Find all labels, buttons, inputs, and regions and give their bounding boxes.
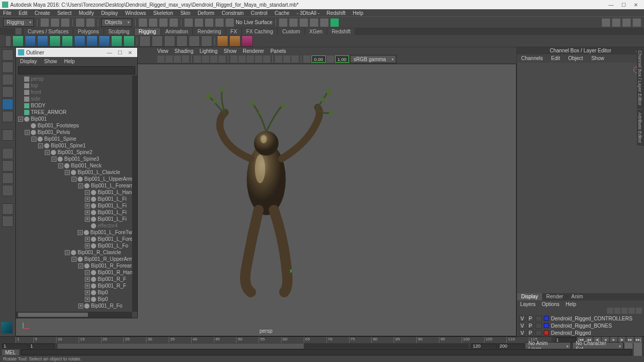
expand-icon[interactable]: - [78,263,83,269]
expand-icon[interactable]: - [65,250,70,255]
layout-two-icon[interactable] [2,173,13,184]
expand-icon[interactable]: - [71,257,77,262]
vp-wireframe-icon[interactable] [230,55,237,63]
menu-help[interactable]: Help [353,10,363,16]
go-end-icon[interactable]: ▸▸| [635,337,642,343]
surface-icon-2[interactable] [195,18,203,27]
expand-icon[interactable]: - [78,230,83,235]
layer-visible[interactable]: V [519,323,525,329]
outliner-menu-help[interactable]: Help [64,59,75,64]
vp-menu-panels[interactable]: Panels [270,48,286,54]
expand-icon[interactable]: - [85,190,90,195]
expand-icon[interactable]: - [18,117,23,122]
tree-row[interactable]: -Bip001_L_Forearm [16,182,137,189]
layer-add-icon[interactable] [629,308,635,314]
layer-extra[interactable] [536,330,542,336]
vp-exposure-icon[interactable] [303,55,310,63]
hypershade-icon[interactable] [310,18,318,27]
tree-row[interactable]: -Bip001_R_Forearm [16,262,137,269]
vp-menu-view[interactable]: View [157,48,169,54]
toggle-icon[interactable] [330,18,339,27]
selection-mask[interactable]: Objects [101,18,132,27]
surface-icon-5[interactable] [226,18,234,27]
surface-icon-3[interactable] [205,18,213,27]
surface-icon-4[interactable] [215,18,224,27]
expand-icon[interactable]: + [85,243,90,249]
side-tab-channelboxlayereditor[interactable]: Channel Box / Layer Editor [637,47,643,109]
menu-select[interactable]: Select [57,10,71,16]
expand-icon[interactable]: + [85,283,90,289]
layer-color-swatch[interactable] [544,330,549,335]
layer-menu-help[interactable]: Help [565,301,576,307]
constraint-icon-5[interactable] [189,35,200,47]
snap-grid-icon[interactable] [139,18,147,27]
expand-icon[interactable]: - [71,177,77,182]
tree-row[interactable]: -Bip001_L_ForeTwist [16,229,137,236]
expand-icon[interactable]: + [85,197,90,202]
layer-playback[interactable]: P [527,316,533,321]
expand-icon[interactable]: - [45,150,50,155]
expand-icon[interactable]: - [25,130,30,135]
vp-isolate-icon[interactable] [275,55,282,63]
tree-row[interactable]: +Bip001_R_F [16,276,137,282]
constraint-icon-3[interactable] [164,35,175,47]
layer-color-swatch[interactable] [544,316,549,321]
outliner-max-icon[interactable]: ☐ [115,50,125,55]
menu-cache[interactable]: Cache [274,10,289,16]
expand-icon[interactable]: - [65,170,70,175]
script-editor-icon[interactable] [634,348,642,356]
layer-tab-display[interactable]: Display [517,293,542,300]
tree-row[interactable]: -Bip001_Neck [16,162,137,169]
ipr-icon[interactable] [289,18,298,27]
range-min-field[interactable] [2,344,28,349]
snap-plane-icon[interactable] [170,18,178,27]
layout-persp-icon[interactable] [2,203,13,215]
move-tool-icon[interactable] [2,86,13,98]
workspace-icon-3[interactable] [622,18,631,27]
paint-weights-icon[interactable] [62,35,73,47]
command-input[interactable] [21,349,632,355]
vp-lock-cam-icon[interactable] [165,55,173,63]
expand-icon[interactable]: + [85,277,90,282]
maximize-button[interactable]: ☐ [617,2,630,8]
tree-row[interactable]: -Bip001_L_Hand [16,189,137,196]
expand-icon[interactable]: - [51,157,57,162]
tree-row[interactable]: -Bip001_Pelvis [16,129,137,136]
outliner-close-icon[interactable]: ✕ [125,50,135,55]
range-max-field[interactable] [498,344,524,349]
exposure-field[interactable]: 0.00 [311,55,326,63]
vp-gamma-icon[interactable] [327,55,334,63]
shelf-tab-custom[interactable]: Custom [278,28,304,35]
vp-gate-mask-icon[interactable] [218,55,226,63]
layer-tab-render[interactable]: Render [542,293,567,300]
menu-constrain[interactable]: Constrain [222,10,244,16]
layer-visible[interactable]: V [519,330,525,336]
vp-film-gate-icon[interactable] [202,55,209,63]
shelf-tab-polygons[interactable]: Polygons [73,28,103,35]
tree-row[interactable]: -Bip001_R_Hand [16,269,137,276]
layer-playback[interactable]: P [527,323,533,329]
shelf-tab-fxcaching[interactable]: FX Caching [242,28,277,35]
ik-spline-icon[interactable] [37,35,48,47]
workspace-icon-4[interactable] [633,18,641,27]
outliner-hscroll[interactable] [16,312,132,318]
tree-row[interactable]: persp [16,75,137,82]
cluster-icon[interactable] [74,35,85,47]
layer-extra[interactable] [536,316,542,321]
time-ruler[interactable]: 1510152025303540455055606570758085909510… [15,337,551,343]
tree-row[interactable]: -Bip001_R_UpperArm [16,256,137,262]
tree-row[interactable]: +Bip001_L_Fi [16,209,137,216]
vp-shadows-icon[interactable] [263,55,270,63]
layer-row[interactable]: VPDendroid_Rigged_BONES [517,322,644,329]
outliner-titlebar[interactable]: Outliner — ☐ ✕ [16,48,137,57]
vp-lights-icon[interactable] [255,55,262,63]
select-tool-icon[interactable] [2,49,13,61]
menu-control[interactable]: Control [251,10,267,16]
shelf-tab-sculpting[interactable]: Sculpting [104,28,134,35]
new-scene-icon[interactable] [41,18,49,27]
open-scene-icon[interactable] [51,18,59,27]
menu-modify[interactable]: Modify [79,10,94,16]
vp-xray-icon[interactable] [283,55,290,63]
menu-create[interactable]: Create [34,10,50,16]
layer-add-sel-icon[interactable] [636,308,642,314]
